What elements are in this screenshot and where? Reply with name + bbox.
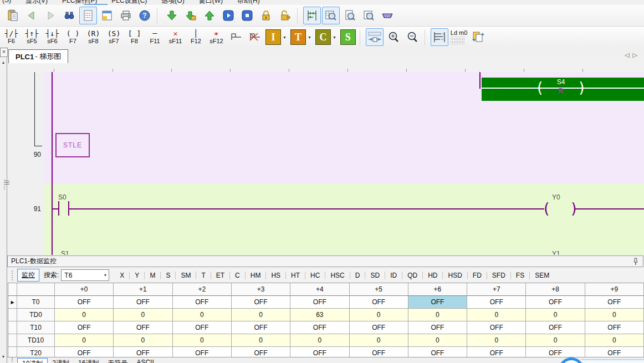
device-tab-X[interactable]: X (115, 270, 129, 280)
instruction-list-mode-icon[interactable]: Ld m0 ::::::::::::::::::::::::::: (451, 30, 468, 44)
table-cell[interactable]: OFF (290, 296, 349, 309)
device-tab-T[interactable]: T (196, 270, 210, 280)
table-cell[interactable]: OFF (526, 347, 585, 357)
download-protect-icon[interactable] (182, 7, 200, 24)
table-cell[interactable]: 0 (290, 334, 349, 347)
table-cell[interactable]: OFF (585, 321, 644, 334)
table-cell[interactable]: 0 (350, 309, 408, 321)
device-tab-QD[interactable]: QD (402, 270, 422, 280)
format-tab-5[interactable]: ASCII (132, 358, 158, 363)
search-device-combo[interactable]: T6 ▼ (61, 269, 109, 281)
table-cell[interactable]: OFF (232, 321, 290, 334)
download-icon[interactable] (163, 7, 181, 24)
tab-nav-arrows[interactable]: ◁▷ (625, 52, 641, 59)
ladder-monitor-icon[interactable] (303, 7, 321, 24)
device-tab-C[interactable]: C (230, 270, 245, 280)
table-cell[interactable]: 0 (232, 334, 290, 347)
table-cell[interactable]: OFF (290, 321, 349, 334)
device-tab-FD[interactable]: FD (468, 270, 487, 280)
ladder-tool-sF6[interactable]: ┤↓├sF6 (42, 28, 63, 47)
upload-icon[interactable] (201, 7, 218, 24)
device-tab-S[interactable]: S (161, 270, 175, 280)
table-cell[interactable]: OFF (55, 296, 114, 309)
pin-icon[interactable] (633, 258, 638, 265)
device-tab-SD[interactable]: SD (365, 270, 385, 280)
ladder-tool-sF8[interactable]: (R)sF8 (83, 28, 104, 47)
panel-grip[interactable] (4, 180, 9, 190)
ladder-mode-icon[interactable] (431, 28, 448, 46)
ladder-tool-F8[interactable]: [ ]F8 (124, 28, 145, 47)
help-icon[interactable]: ? (136, 7, 154, 24)
table-cell[interactable]: OFF (350, 347, 408, 357)
device-tab-ID[interactable]: ID (385, 270, 402, 280)
table-cell[interactable]: 0 (55, 334, 114, 347)
table-cell[interactable]: 0 (114, 309, 172, 321)
ladder-tool-sF5[interactable]: ┤↑├sF5 (22, 28, 42, 47)
table-cell[interactable]: OFF (114, 296, 172, 309)
device-tab-HD[interactable]: HD (423, 270, 442, 280)
table-cell[interactable]: 0 (467, 334, 526, 347)
lock-icon[interactable] (257, 7, 275, 24)
format-tab-3[interactable]: 16进制 (74, 358, 103, 363)
table-cell[interactable]: OFF (585, 296, 644, 309)
insert-I-button[interactable]: I (265, 29, 281, 45)
table-cell[interactable]: 0 (467, 309, 526, 321)
tab-nav-right-icon[interactable]: ▷ (633, 52, 641, 58)
zoom-in-icon[interactable] (385, 28, 402, 46)
table-cell[interactable]: 0 (232, 309, 290, 321)
table-cell[interactable]: OFF (408, 347, 467, 357)
table-cell[interactable]: 0 (408, 334, 467, 347)
table-cell[interactable]: OFF (114, 321, 172, 334)
table-cell[interactable]: OFF (55, 321, 114, 334)
device-tab-HC[interactable]: HC (305, 270, 325, 280)
table-cell[interactable]: OFF (467, 296, 526, 309)
scroll-down-icon[interactable]: ▼ (0, 355, 7, 359)
insert-S-button[interactable]: S (340, 29, 356, 45)
convert-view-icon[interactable] (469, 28, 487, 46)
print-preview-icon[interactable] (341, 7, 359, 24)
table-cell[interactable]: OFF (114, 347, 172, 357)
menu-item[interactable]: 选项(O) (161, 0, 184, 5)
data-monitor-icon[interactable] (322, 7, 340, 24)
stop-icon[interactable] (238, 7, 256, 24)
menu-item[interactable]: 窗口(W) (199, 0, 223, 5)
table-cell[interactable]: 0 (408, 309, 467, 321)
run-icon[interactable] (219, 7, 237, 24)
ladder-tool-F11[interactable]: ─F11 (145, 28, 165, 47)
device-tab-HS[interactable]: HS (266, 270, 285, 280)
find-in-ladder-icon[interactable] (360, 7, 377, 24)
device-tab-Y[interactable]: Y (130, 270, 144, 280)
table-cell[interactable]: 0 (526, 334, 585, 347)
menu-item[interactable]: 帮助(H) (237, 0, 260, 5)
table-cell[interactable]: OFF (173, 296, 232, 309)
insert-C-button[interactable]: C (315, 29, 331, 45)
table-cell[interactable]: OFF (232, 347, 290, 357)
device-tab-ET[interactable]: ET (211, 270, 229, 280)
table-cell[interactable]: 0 (173, 334, 232, 347)
ladder-tool-sF11[interactable]: ✕sF11 (165, 28, 186, 47)
table-cell[interactable]: OFF (526, 321, 585, 334)
monitor-toggle-button[interactable]: 监控 (17, 269, 39, 282)
ladder-tool-F6[interactable]: ┤/├F6 (1, 28, 22, 47)
chevron-down-icon[interactable]: ▼ (308, 35, 311, 39)
table-cell[interactable]: OFF (350, 321, 408, 334)
device-tab-HSD[interactable]: HSD (443, 270, 467, 280)
paste-icon[interactable] (4, 7, 22, 24)
serial-port-icon[interactable] (379, 7, 396, 24)
menu-item[interactable]: (S) (2, 0, 11, 5)
back-icon[interactable] (23, 7, 40, 24)
table-cell[interactable]: 0 (114, 334, 172, 347)
device-tab-SM[interactable]: SM (176, 270, 196, 280)
menu-item[interactable]: 显示(V) (25, 0, 48, 5)
table-cell[interactable]: 0 (350, 334, 408, 347)
ladder-view-icon[interactable] (79, 7, 97, 24)
chevron-down-icon[interactable]: ▼ (333, 35, 336, 39)
table-cell[interactable]: OFF (55, 347, 114, 357)
ladder-canvas[interactable]: ( ) S4 R STLE S0 Y0 ( ) S1 Y1 ( ) (44, 72, 644, 255)
unlock-icon[interactable] (276, 7, 294, 24)
find-icon[interactable] (60, 7, 78, 24)
table-cell[interactable]: 0 (526, 309, 585, 321)
tab-nav-left-icon[interactable]: ◁ (625, 52, 632, 58)
format-tab-4[interactable]: 无符号 (103, 358, 132, 363)
format-tab-1[interactable]: 10进制 (17, 358, 48, 363)
